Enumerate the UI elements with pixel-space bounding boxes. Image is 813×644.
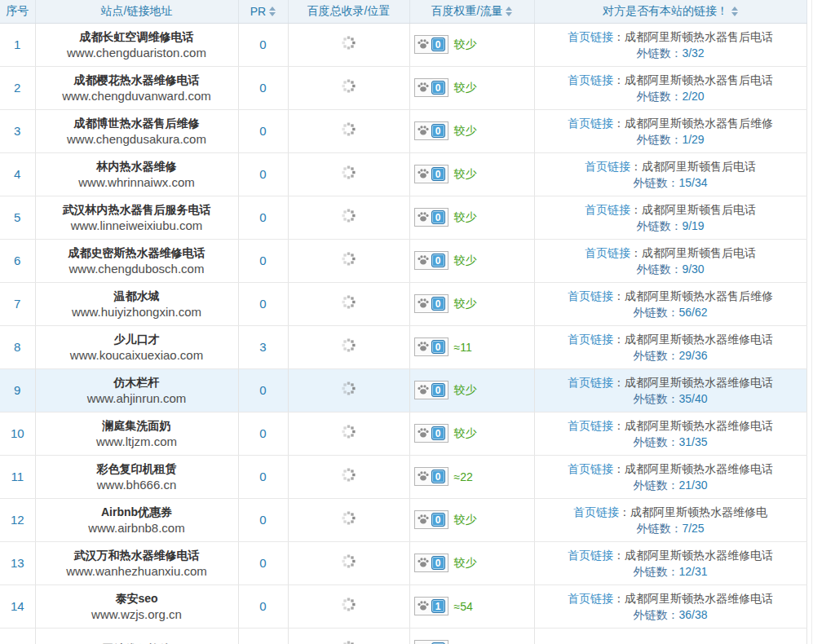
site-name: 泰安seo bbox=[36, 591, 238, 607]
homepage-link[interactable]: 首页链接 bbox=[568, 30, 613, 43]
baidu-index-cell bbox=[288, 66, 409, 109]
site-url[interactable]: www.bh666.cn bbox=[36, 477, 238, 492]
outlink-count[interactable]: 3/32 bbox=[682, 46, 704, 60]
table-row: 12Airbnb优惠券www.airbnb8.com00较少首页链接：成都阿里斯… bbox=[0, 498, 806, 541]
column-header-label-wrap: 序号 bbox=[6, 4, 29, 19]
baidu-index-cell bbox=[288, 412, 409, 455]
table-row: 11彩色复印机租赁www.bh666.cn00≈22首页链接：成都阿里斯顿热水器… bbox=[0, 455, 806, 498]
site-url[interactable]: www.ltjzm.com bbox=[36, 434, 238, 449]
backlink-line: 首页链接：成都阿里斯顿热水器维修电 bbox=[535, 504, 806, 520]
site-url[interactable]: www.linneiweixiubu.com bbox=[36, 218, 238, 233]
column-header-pr[interactable]: PR bbox=[238, 0, 288, 23]
traffic-label: 较少 bbox=[454, 167, 477, 182]
homepage-link[interactable]: 首页链接 bbox=[568, 592, 613, 605]
site-url[interactable]: www.chengdubosch.com bbox=[36, 261, 238, 276]
outlink-count[interactable]: 36/38 bbox=[678, 608, 707, 621]
site-url[interactable]: www.ahjinrun.com bbox=[36, 390, 238, 406]
weight-inner: 0较少 bbox=[410, 35, 534, 54]
link-target-text: ：成都阿里斯顿热水器售后维修 bbox=[613, 117, 773, 130]
site-cell: 彩色复印机租赁www.bh666.cn bbox=[35, 455, 238, 498]
site-url[interactable]: www.huiyizhongxin.com bbox=[36, 304, 238, 320]
outlink-count[interactable]: 21/30 bbox=[678, 479, 707, 492]
homepage-link[interactable]: 首页链接 bbox=[568, 462, 613, 475]
paw-icon bbox=[418, 254, 429, 268]
outlink-count[interactable]: 9/30 bbox=[682, 262, 704, 276]
outlink-count[interactable]: 15/34 bbox=[678, 176, 707, 189]
baidu-index-cell bbox=[288, 541, 409, 584]
site-cell: 武汉林内热水器售后服务电话www.linneiweixiubu.com bbox=[35, 196, 238, 239]
outlink-count[interactable]: 31/35 bbox=[678, 435, 707, 448]
site-url[interactable]: www.airbnb8.com bbox=[36, 520, 238, 536]
outlink-count[interactable]: 9/19 bbox=[682, 219, 704, 232]
row-index-cell: 12 bbox=[0, 498, 35, 541]
outlink-count[interactable]: 29/36 bbox=[678, 349, 707, 362]
column-header-label: 序号 bbox=[6, 4, 29, 19]
outlink-label: 外链数： bbox=[636, 133, 682, 146]
loading-spinner-icon bbox=[341, 510, 356, 529]
homepage-link[interactable]: 首页链接 bbox=[568, 117, 613, 130]
outlink-count[interactable]: 35/40 bbox=[678, 392, 707, 405]
outlink-line: 外链数：31/35 bbox=[535, 434, 806, 450]
outlink-count[interactable]: 56/62 bbox=[678, 306, 707, 319]
column-header-label-wrap: PR bbox=[250, 5, 276, 18]
column-header-baidu-weight[interactable]: 百度权重/流量 bbox=[409, 0, 534, 23]
baidu-weight-cell: 0较少 bbox=[409, 239, 534, 282]
homepage-link[interactable]: 首页链接 bbox=[585, 203, 630, 216]
site-name: 武汉林内热水器售后服务电话 bbox=[36, 202, 238, 218]
weight-icon-box: 0 bbox=[414, 294, 448, 313]
baidu-weight-cell: 0较少 bbox=[409, 152, 534, 196]
weight-icon-box: 0 bbox=[414, 554, 448, 572]
loading-spinner-icon bbox=[341, 35, 356, 54]
table-row: 9仿木栏杆www.ahjinrun.com00较少首页链接：成都阿里斯顿热水器维… bbox=[0, 368, 806, 412]
homepage-link[interactable]: 首页链接 bbox=[568, 419, 613, 432]
column-header-label: 百度总收录/位置 bbox=[307, 4, 391, 19]
pr-cell: 0 bbox=[238, 584, 288, 628]
row-index-cell: 11 bbox=[0, 455, 35, 498]
site-url[interactable]: www.chengdusakura.com bbox=[36, 131, 238, 147]
baidu-weight-cell: 0较少 bbox=[409, 498, 534, 541]
backlink-line: 首页链接：成都阿里斯顿热水器售后维修 bbox=[535, 115, 806, 131]
loading-spinner-icon bbox=[341, 467, 356, 486]
weight-badge: 0 bbox=[431, 470, 445, 483]
site-url[interactable]: www.chengduvanward.com bbox=[36, 88, 238, 104]
site-cell: 温都水城www.huiyizhongxin.com bbox=[35, 282, 238, 325]
outlink-count[interactable]: 1/29 bbox=[682, 133, 704, 146]
homepage-link[interactable]: 首页链接 bbox=[568, 73, 613, 86]
outlink-count[interactable]: 7/25 bbox=[682, 522, 704, 535]
site-cell: 少儿口才www.koucaixuexiao.com bbox=[35, 325, 238, 368]
sort-up-icon bbox=[506, 7, 512, 11]
backlink-cell: 首页链接：成都阿里斯顿热水器售后电话外链数：3/32 bbox=[534, 23, 806, 66]
row-index-cell: 3 bbox=[0, 109, 35, 152]
homepage-link[interactable]: 首页链接 bbox=[568, 376, 613, 389]
baidu-index-cell bbox=[288, 152, 409, 196]
homepage-link[interactable]: 首页链接 bbox=[585, 160, 630, 173]
table-row: 8少儿口才www.koucaixuexiao.com30≈11首页链接：成都阿里… bbox=[0, 325, 806, 368]
site-url[interactable]: www.chengduariston.com bbox=[36, 45, 238, 60]
weight-icon-box: 0 bbox=[414, 35, 448, 54]
link-target-text: ：成都阿里斯顿热水器维修电话 bbox=[613, 462, 773, 475]
weight-badge: 0 bbox=[431, 37, 445, 51]
pr-cell: 0 bbox=[238, 412, 288, 455]
column-header-backlink[interactable]: 对方是否有本站的链接！ bbox=[534, 0, 806, 23]
paw-icon bbox=[418, 124, 429, 139]
outlink-label: 外链数： bbox=[636, 219, 682, 232]
sort-down-icon bbox=[731, 12, 738, 16]
paw-icon bbox=[418, 210, 429, 225]
homepage-link[interactable]: 首页链接 bbox=[573, 505, 619, 518]
site-url[interactable]: www.koucaixuexiao.com bbox=[36, 347, 238, 363]
homepage-link[interactable]: 首页链接 bbox=[568, 289, 613, 302]
weight-inner: 0≈22 bbox=[410, 467, 534, 486]
site-url[interactable]: www.wzjs.org.cn bbox=[36, 607, 238, 622]
homepage-link[interactable]: 首页链接 bbox=[585, 246, 630, 259]
outlink-count[interactable]: 2/20 bbox=[682, 90, 704, 103]
site-name: 成都史密斯热水器维修电话 bbox=[36, 245, 238, 261]
site-name: 成都樱花热水器维修电话 bbox=[36, 73, 238, 88]
homepage-link[interactable]: 首页链接 bbox=[568, 549, 613, 562]
site-url[interactable]: www.wanhezhuanxiu.com bbox=[36, 563, 238, 579]
homepage-link[interactable]: 首页链接 bbox=[568, 333, 613, 346]
site-url[interactable]: www.whrinnaiwx.com bbox=[36, 174, 238, 190]
outlink-count[interactable]: 12/31 bbox=[678, 565, 707, 578]
weight-badge: 0 bbox=[431, 297, 445, 311]
links-table: 序号站点/链接地址PR百度总收录/位置百度权重/流量对方是否有本站的链接！ 1成… bbox=[0, 0, 807, 644]
site-cell: 网站优化软件 bbox=[35, 628, 238, 644]
